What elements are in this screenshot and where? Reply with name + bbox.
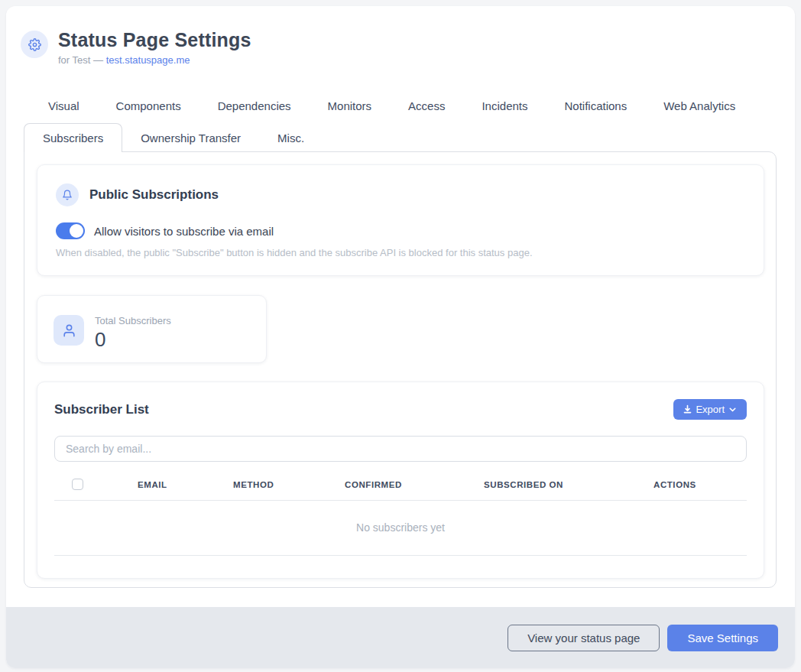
tab-incidents[interactable]: Incidents <box>482 98 527 115</box>
column-header-actions: ACTIONS <box>653 480 747 489</box>
empty-state-message: No subscribers yet <box>54 501 747 556</box>
tab-access[interactable]: Access <box>408 98 445 115</box>
subscribe-toggle[interactable] <box>56 222 85 239</box>
tab-dependencies[interactable]: Dependencies <box>218 98 291 115</box>
public-subscriptions-card: Public Subscriptions Allow visitors to s… <box>37 164 764 276</box>
bell-icon <box>56 183 79 206</box>
tab-monitors[interactable]: Monitors <box>328 98 372 115</box>
column-header-email: EMAIL <box>138 480 233 489</box>
chevron-down-icon <box>728 404 738 414</box>
public-subscriptions-header: Public Subscriptions <box>56 183 745 206</box>
view-status-page-button[interactable]: View your status page <box>508 625 660 651</box>
save-settings-button[interactable]: Save Settings <box>667 625 778 651</box>
tab-web-analytics[interactable]: Web Analytics <box>663 98 735 115</box>
status-page-link[interactable]: test.statuspage.me <box>106 54 190 66</box>
download-icon <box>683 404 692 414</box>
tab-ownership-transfer[interactable]: Ownership Transfer <box>122 124 259 152</box>
export-button[interactable]: Export <box>673 399 747 420</box>
table-header-row: EMAIL METHOD CONFIRMED SUBSCRIBED ON ACT… <box>54 479 747 501</box>
export-button-label: Export <box>696 404 725 415</box>
tab-bar-primary: Visual Components Dependencies Monitors … <box>6 98 795 115</box>
subscribers-tab-panel: Public Subscriptions Allow visitors to s… <box>24 151 777 588</box>
tab-misc[interactable]: Misc. <box>259 124 323 152</box>
page-header: Status Page Settings for Test — test.sta… <box>6 6 795 66</box>
subscriber-table: EMAIL METHOD CONFIRMED SUBSCRIBED ON ACT… <box>54 479 747 556</box>
subscriber-list-title: Subscriber List <box>54 402 149 417</box>
subscriber-list-card: Subscriber List Export EMAIL METHOD CONF… <box>37 381 764 579</box>
footer-action-bar: View your status page Save Settings <box>6 607 795 668</box>
status-page-settings-card: Status Page Settings for Test — test.sta… <box>6 6 795 668</box>
stat-value: 0 <box>95 328 171 352</box>
tab-visual[interactable]: Visual <box>48 98 79 115</box>
subtitle-prefix: for Test — <box>58 54 106 66</box>
stat-label: Total Subscribers <box>95 315 171 326</box>
subscribe-helper-text: When disabled, the public "Subscribe" bu… <box>56 247 745 258</box>
subscriber-list-header: Subscriber List Export <box>54 399 747 420</box>
page-subtitle: for Test — test.statuspage.me <box>58 54 251 66</box>
total-subscribers-card: Total Subscribers 0 <box>37 295 267 363</box>
tab-subscribers[interactable]: Subscribers <box>24 123 122 152</box>
column-header-subscribed-on: SUBSCRIBED ON <box>484 480 653 489</box>
search-input[interactable] <box>54 436 747 462</box>
tab-notifications[interactable]: Notifications <box>565 98 628 115</box>
header-text: Status Page Settings for Test — test.sta… <box>58 29 251 66</box>
stat-text: Total Subscribers 0 <box>95 315 171 362</box>
public-subscriptions-title: Public Subscriptions <box>89 187 219 203</box>
select-all-checkbox[interactable] <box>72 479 83 490</box>
column-header-confirmed: CONFIRMED <box>345 480 484 489</box>
column-header-method: METHOD <box>233 480 345 489</box>
page-title: Status Page Settings <box>58 29 251 51</box>
gear-icon <box>21 31 48 58</box>
user-icon <box>54 315 84 346</box>
spacer <box>6 588 795 607</box>
toggle-knob <box>70 224 83 238</box>
subscribe-toggle-row: Allow visitors to subscribe via email <box>56 222 745 239</box>
subscribe-toggle-label: Allow visitors to subscribe via email <box>94 225 274 238</box>
tab-bar-secondary: Subscribers Ownership Transfer Misc. <box>6 123 795 152</box>
tab-components[interactable]: Components <box>116 98 181 115</box>
